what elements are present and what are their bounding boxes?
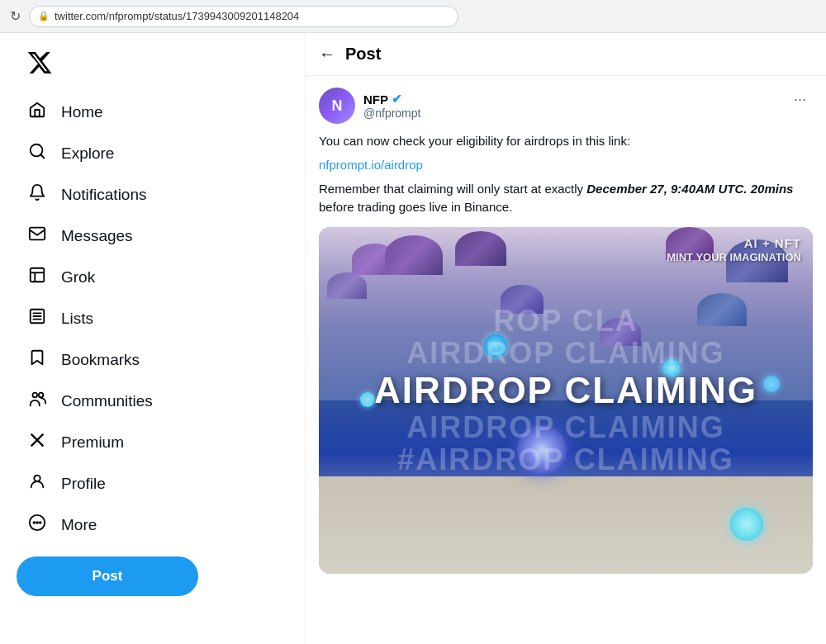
sidebar-item-profile[interactable]: Profile (17, 464, 288, 504)
author-info: NFP ✔ @nfprompt (363, 92, 420, 120)
post-text-2-suffix: before trading goes live in Binance. (319, 200, 512, 214)
claiming-top1: ROP CLA (319, 305, 813, 338)
grok-label: Grok (61, 268, 95, 286)
app-container: Home Explore Notifications (0, 33, 826, 644)
avatar[interactable]: N (319, 88, 355, 124)
more-options-button[interactable]: ··· (787, 88, 813, 111)
back-button[interactable]: ← (319, 45, 335, 64)
sidebar-item-notifications[interactable]: Notifications (17, 175, 288, 215)
sidebar-item-explore[interactable]: Explore (17, 134, 288, 173)
premium-label: Premium (61, 433, 124, 452)
orb-3 (730, 508, 763, 541)
parachute-2 (385, 235, 443, 275)
communities-icon (26, 390, 48, 413)
x-logo-icon (26, 50, 53, 76)
claiming-bot1: AIRDROP CLAIMING (319, 411, 813, 444)
verified-badge: ✔ (392, 92, 402, 107)
profile-label: Profile (61, 475, 106, 493)
parachute-6 (327, 272, 367, 299)
post-text-2-prefix: Remember that claiming will only start a… (319, 182, 586, 196)
premium-icon (26, 431, 48, 454)
sidebar-item-more[interactable]: More (17, 505, 288, 545)
svg-rect-2 (31, 268, 45, 282)
url-bar[interactable]: 🔒 twitter.com/nfprompt/status/1739943009… (29, 6, 458, 27)
post-text-2-bold2: 20mins (751, 182, 794, 196)
reload-button[interactable]: ↻ (10, 8, 21, 24)
author-name-row: NFP ✔ (363, 92, 420, 107)
claiming-top2: AIRDROP CLAIMING (319, 337, 813, 370)
svg-point-11 (34, 476, 40, 481)
profile-icon (26, 472, 48, 495)
post-author-left: N NFP ✔ @nfprompt (319, 88, 420, 124)
bookmarks-label: Bookmarks (61, 351, 140, 369)
watermark-line1: AI + NFT (667, 235, 801, 252)
sidebar: Home Explore Notifications (0, 33, 306, 644)
explore-icon (26, 142, 48, 165)
communities-label: Communities (61, 392, 153, 410)
post-header-title: Post (345, 45, 381, 64)
author-name[interactable]: NFP (363, 92, 388, 107)
author-handle[interactable]: @nfprompt (363, 107, 420, 120)
bookmarks-icon (26, 348, 48, 372)
messages-label: Messages (61, 227, 133, 245)
sidebar-item-lists[interactable]: Lists (17, 299, 288, 339)
image-text-overlay: ROP CLA AIRDROP CLAIMING AIRDROP CLAIMIN… (319, 305, 813, 476)
svg-point-14 (36, 522, 38, 523)
post-link[interactable]: nfprompt.io/airdrop (319, 158, 813, 172)
post-author-row: N NFP ✔ @nfprompt ··· (319, 88, 813, 124)
lists-icon (26, 307, 48, 330)
image-watermark: AI + NFT MINT YOUR IMAGINATION (667, 235, 801, 265)
svg-point-9 (33, 393, 38, 398)
svg-rect-1 (30, 228, 45, 240)
parachute-3 (455, 231, 506, 266)
sidebar-item-home[interactable]: Home (17, 92, 288, 132)
post-page-header: ← Post (306, 33, 826, 76)
sidebar-item-messages[interactable]: Messages (17, 216, 288, 256)
grok-icon (26, 266, 48, 289)
lists-label: Lists (61, 310, 93, 328)
home-icon (26, 101, 48, 124)
more-icon (26, 514, 48, 537)
home-label: Home (61, 103, 103, 121)
more-label: More (61, 516, 97, 534)
messages-icon (26, 225, 48, 248)
post-text-2: Remember that claiming will only start a… (319, 180, 813, 217)
post-body: N NFP ✔ @nfprompt ··· You can now check … (306, 76, 826, 585)
lock-icon: 🔒 (38, 11, 50, 21)
sidebar-item-grok[interactable]: Grok (17, 258, 288, 297)
svg-point-15 (40, 522, 41, 523)
browser-chrome: ↻ 🔒 twitter.com/nfprompt/status/17399430… (0, 0, 826, 33)
sidebar-item-premium[interactable]: Premium (17, 423, 288, 462)
main-content: ← Post N NFP ✔ @nfprompt ··· (306, 33, 826, 644)
sidebar-item-bookmarks[interactable]: Bookmarks (17, 340, 288, 380)
svg-point-13 (33, 522, 35, 523)
post-button[interactable]: Post (17, 556, 198, 596)
post-text-1: You can now check your eligibility for a… (319, 132, 813, 151)
explore-label: Explore (61, 144, 114, 163)
post-image[interactable]: AI + NFT MINT YOUR IMAGINATION ROP CLA A… (319, 227, 813, 574)
airdrop-image: AI + NFT MINT YOUR IMAGINATION ROP CLA A… (319, 227, 813, 574)
x-logo[interactable] (17, 41, 288, 88)
claiming-main: AIRDROP CLAIMING (319, 370, 813, 411)
url-text: twitter.com/nfprompt/status/173994300920… (55, 10, 299, 22)
watermark-line2: MINT YOUR IMAGINATION (667, 251, 801, 265)
svg-point-10 (39, 393, 44, 398)
post-text-2-bold: December 27, 9:40AM UTC. (586, 182, 747, 196)
notifications-icon (26, 183, 48, 206)
notifications-label: Notifications (61, 186, 147, 204)
claiming-bot2: #AIRDROP CLAIMING (319, 443, 813, 476)
sidebar-item-communities[interactable]: Communities (17, 381, 288, 421)
